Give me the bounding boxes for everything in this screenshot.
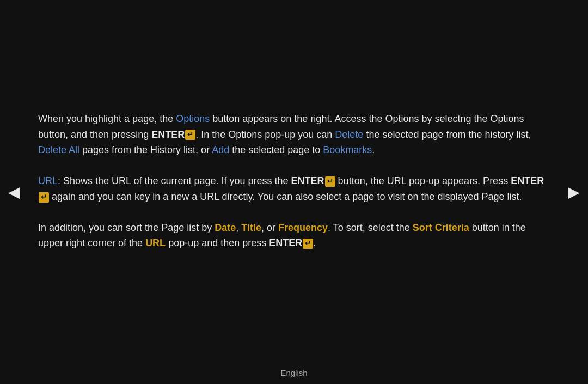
frequency-link[interactable]: Frequency bbox=[278, 222, 328, 233]
paragraph-3: In addition, you can sort the Page list … bbox=[38, 220, 550, 252]
delete-all-link[interactable]: Delete All bbox=[38, 144, 79, 155]
enter-key-3: ENTER bbox=[511, 175, 544, 186]
enter-icon-2: ↵ bbox=[325, 176, 335, 187]
enter-key-4: ENTER bbox=[269, 237, 302, 248]
sort-criteria-link[interactable]: Sort Criteria bbox=[413, 222, 469, 233]
nav-next-button[interactable]: ▶ bbox=[560, 175, 588, 209]
enter-icon-3: ↵ bbox=[39, 192, 49, 203]
add-link[interactable]: Add bbox=[212, 144, 229, 155]
bookmarks-link[interactable]: Bookmarks bbox=[323, 144, 372, 155]
footer: English bbox=[0, 362, 588, 384]
enter-key-2: ENTER bbox=[291, 175, 324, 186]
text-block: When you highlight a page, the Options b… bbox=[38, 111, 550, 252]
paragraph-2: URL: Shows the URL of the current page. … bbox=[38, 173, 550, 205]
language-label: English bbox=[280, 367, 307, 379]
delete-link[interactable]: Delete bbox=[335, 129, 363, 140]
enter-key-1: ENTER bbox=[151, 129, 185, 140]
options-link[interactable]: Options bbox=[176, 113, 210, 124]
url-link-1[interactable]: URL bbox=[38, 175, 58, 186]
paragraph-1: When you highlight a page, the Options b… bbox=[38, 111, 550, 158]
nav-previous-button[interactable]: ◀ bbox=[0, 175, 28, 209]
main-content: When you highlight a page, the Options b… bbox=[33, 0, 555, 362]
title-link[interactable]: Title bbox=[241, 222, 261, 233]
enter-icon-4: ↵ bbox=[303, 239, 313, 249]
url-link-2[interactable]: URL bbox=[145, 237, 166, 248]
date-link[interactable]: Date bbox=[215, 222, 236, 233]
enter-icon-1: ↵ bbox=[185, 130, 195, 140]
